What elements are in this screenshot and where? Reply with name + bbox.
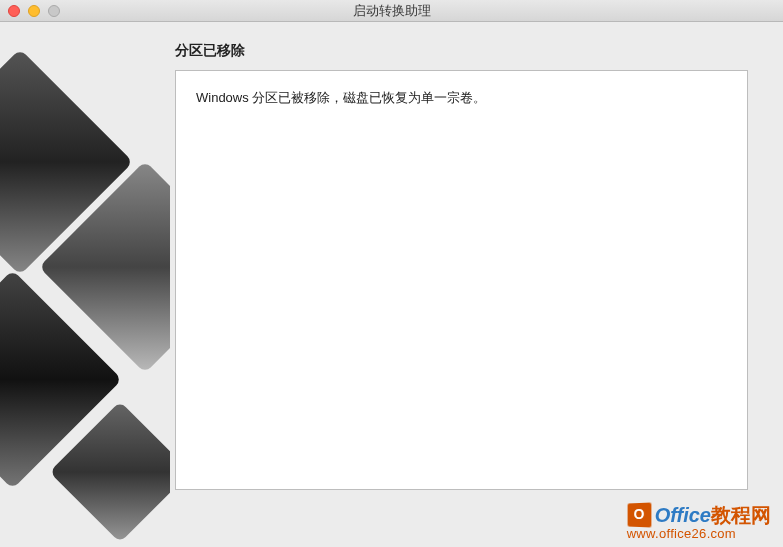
window-controls (0, 5, 60, 17)
watermark-url: www.office26.com (627, 527, 771, 541)
minimize-icon[interactable] (28, 5, 40, 17)
titlebar: 启动转换助理 (0, 0, 783, 22)
content-panel: Windows 分区已被移除，磁盘已恢复为单一宗卷。 (175, 70, 748, 490)
watermark-brand: O Office教程网 (627, 503, 771, 527)
sidebar-artwork (0, 22, 170, 547)
watermark: O Office教程网 www.office26.com (627, 503, 771, 541)
close-icon[interactable] (8, 5, 20, 17)
brand-prefix: Office (655, 504, 711, 526)
window-title: 启动转换助理 (0, 2, 783, 20)
logo-icon: O (627, 502, 651, 527)
brand-suffix: 教程网 (711, 504, 771, 526)
window-body: 分区已移除 Windows 分区已被移除，磁盘已恢复为单一宗卷。 (0, 22, 783, 547)
content-area: 分区已移除 Windows 分区已被移除，磁盘已恢复为单一宗卷。 (170, 22, 783, 547)
maximize-icon (48, 5, 60, 17)
page-heading: 分区已移除 (175, 42, 748, 60)
status-message: Windows 分区已被移除，磁盘已恢复为单一宗卷。 (196, 89, 727, 107)
watermark-text: Office教程网 (655, 504, 771, 526)
